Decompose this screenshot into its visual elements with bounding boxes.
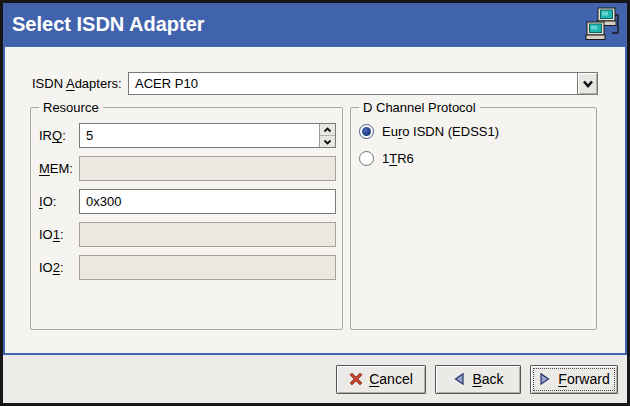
radio-euro-isdn[interactable]: Euro ISDN (EDSS1) xyxy=(359,124,499,139)
back-arrow-icon xyxy=(452,372,466,386)
cancel-button-label: Cancel xyxy=(369,371,413,387)
radio-selected-icon[interactable] xyxy=(359,124,374,139)
cancel-button[interactable]: Cancel xyxy=(336,365,426,394)
radio-1tr6-label: 1TR6 xyxy=(382,151,414,166)
io1-label: IO1: xyxy=(39,227,64,242)
forward-arrow-icon xyxy=(538,372,552,386)
dialog-titlebar: Select ISDN Adapter xyxy=(3,3,627,47)
io2-label: IO2: xyxy=(39,260,64,275)
resource-group-title: Resource xyxy=(39,100,103,115)
radio-unselected-icon[interactable] xyxy=(359,151,374,166)
dialog-content: ISDN Adapters: ACER P10 Resource IRQ: xyxy=(3,47,627,355)
isdn-adapter-dialog: Select ISDN Adapter ISDN Adapte xyxy=(0,0,630,406)
isdn-adapters-combobox[interactable]: ACER P10 xyxy=(128,72,598,95)
dropdown-arrow-icon[interactable] xyxy=(577,73,597,94)
spin-buttons xyxy=(319,124,335,147)
dialog-button-bar: Cancel Back Forward xyxy=(3,355,627,403)
mem-label: MEM: xyxy=(39,161,73,176)
back-button-label: Back xyxy=(472,371,503,387)
spin-down-icon[interactable] xyxy=(320,136,335,147)
network-computers-icon xyxy=(584,6,622,44)
d-channel-protocol-groupbox: D Channel Protocol Euro ISDN (EDSS1) 1TR… xyxy=(350,107,597,330)
radio-1tr6[interactable]: 1TR6 xyxy=(359,151,414,166)
io-input[interactable] xyxy=(79,189,336,214)
io-label: IO: xyxy=(39,194,56,209)
io2-input xyxy=(79,255,336,280)
d-channel-protocol-group-title: D Channel Protocol xyxy=(359,100,480,115)
back-button[interactable]: Back xyxy=(435,365,521,394)
radio-euro-isdn-label: Euro ISDN (EDSS1) xyxy=(382,124,499,139)
dialog-title: Select ISDN Adapter xyxy=(12,13,205,36)
irq-input[interactable] xyxy=(79,123,336,148)
forward-button[interactable]: Forward xyxy=(530,365,618,394)
forward-button-label: Forward xyxy=(558,371,609,387)
cancel-x-icon xyxy=(349,372,363,386)
spin-up-icon[interactable] xyxy=(320,124,335,136)
resource-groupbox: Resource IRQ: MEM: IO: IO1: IO2: xyxy=(30,107,343,330)
isdn-adapters-label: ISDN Adapters: xyxy=(32,76,122,91)
mem-input xyxy=(79,156,336,181)
irq-spinner xyxy=(79,123,336,148)
io1-input xyxy=(79,222,336,247)
irq-label: IRQ: xyxy=(39,128,66,143)
combobox-value: ACER P10 xyxy=(135,76,198,91)
